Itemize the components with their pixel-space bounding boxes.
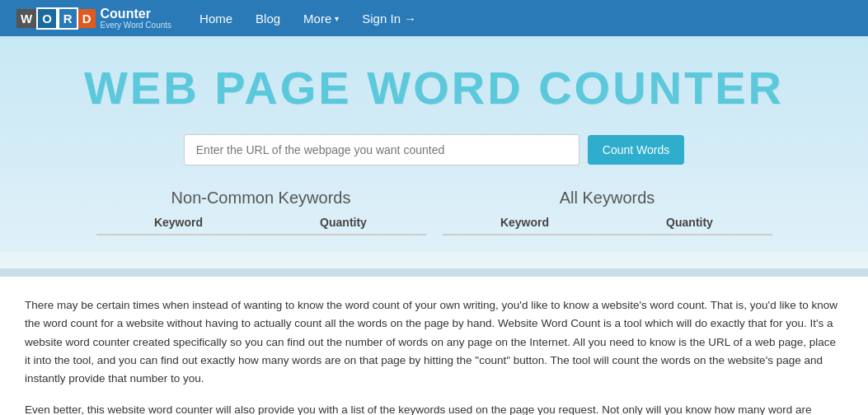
logo[interactable]: W O R D Counter Every Word Counts bbox=[16, 7, 171, 30]
navbar: W O R D Counter Every Word Counts Home B… bbox=[0, 0, 868, 36]
nav-home[interactable]: Home bbox=[188, 0, 244, 36]
url-input[interactable] bbox=[184, 134, 579, 166]
nav-blog[interactable]: Blog bbox=[244, 0, 292, 36]
section-divider bbox=[0, 268, 868, 277]
search-row: Count Words bbox=[16, 134, 852, 166]
page-title: WEB PAGE WORD COUNTER bbox=[16, 61, 852, 114]
body-paragraph-2: Even better, this website word counter w… bbox=[25, 401, 843, 415]
all-keywords-quantity-col: Quantity bbox=[608, 216, 772, 229]
logo-title: Counter bbox=[101, 7, 151, 21]
logo-letters: W O R D bbox=[16, 7, 96, 30]
non-common-keywords-title: Non-Common Keywords bbox=[96, 189, 426, 208]
logo-o: O bbox=[36, 7, 58, 30]
non-common-keywords-table: Non-Common Keywords Keyword Quantity bbox=[88, 189, 434, 235]
logo-subtitle: Every Word Counts bbox=[101, 21, 172, 30]
all-keywords-table: All Keywords Keyword Quantity bbox=[434, 189, 781, 235]
nav-signin[interactable]: Sign In → bbox=[350, 0, 428, 36]
keyword-tables: Non-Common Keywords Keyword Quantity All… bbox=[88, 189, 781, 235]
non-common-cols: Keyword Quantity bbox=[96, 216, 426, 235]
body-section: There may be certain times when instead … bbox=[0, 277, 868, 415]
chevron-down-icon: ▾ bbox=[335, 14, 339, 23]
body-paragraph-1: There may be certain times when instead … bbox=[25, 296, 843, 388]
logo-w: W bbox=[16, 9, 36, 28]
count-words-button[interactable]: Count Words bbox=[588, 135, 684, 165]
logo-d: D bbox=[78, 9, 96, 28]
logo-r: R bbox=[58, 7, 78, 30]
logo-text-block: Counter Every Word Counts bbox=[101, 7, 172, 30]
all-keywords-cols: Keyword Quantity bbox=[443, 216, 772, 235]
nav-more[interactable]: More ▾ bbox=[292, 0, 350, 36]
signin-icon: → bbox=[404, 12, 416, 26]
non-common-quantity-col: Quantity bbox=[261, 216, 426, 229]
all-keywords-keyword-col: Keyword bbox=[443, 216, 608, 229]
hero-section: WEB PAGE WORD COUNTER Count Words Non-Co… bbox=[0, 36, 868, 252]
all-keywords-title: All Keywords bbox=[443, 189, 772, 208]
non-common-keyword-col: Keyword bbox=[96, 216, 261, 229]
